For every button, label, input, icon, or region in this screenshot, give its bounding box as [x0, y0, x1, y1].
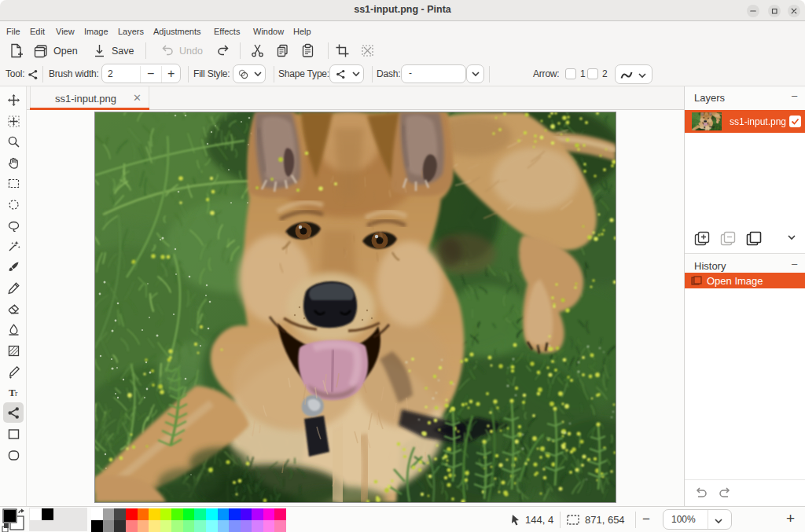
svg-text:r: r	[15, 389, 18, 398]
